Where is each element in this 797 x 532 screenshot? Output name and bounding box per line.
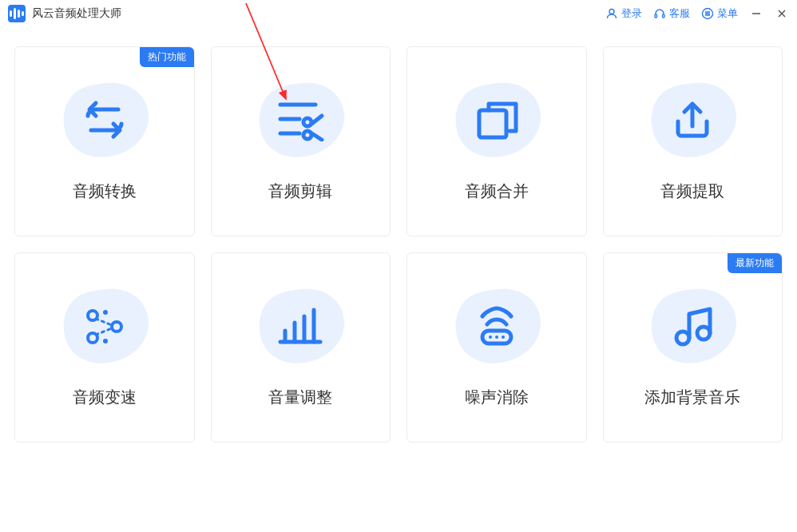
- card-audio-clip[interactable]: 音频剪辑: [211, 46, 391, 236]
- card-label: 添加背景音乐: [644, 387, 740, 408]
- app-title: 风云音频处理大师: [32, 6, 121, 21]
- card-label: 音频合并: [465, 181, 529, 202]
- card-label: 音量调整: [268, 387, 332, 408]
- card-audio-convert[interactable]: 热门功能 音频转换: [14, 46, 195, 236]
- card-audio-speed[interactable]: 音频变速: [14, 252, 195, 443]
- headset-icon: [653, 7, 666, 20]
- card-volume-adjust[interactable]: 音量调整: [211, 252, 391, 443]
- svg-point-10: [103, 310, 108, 315]
- svg-point-13: [489, 335, 492, 339]
- card-add-bg-music[interactable]: 最新功能 添加背景音乐: [603, 252, 783, 443]
- minimize-button[interactable]: [749, 6, 763, 21]
- function-grid: 热门功能 音频转换: [0, 27, 797, 462]
- card-noise-remove[interactable]: 噪声消除: [406, 252, 587, 443]
- svg-rect-1: [655, 14, 657, 18]
- service-button[interactable]: 客服: [653, 6, 690, 21]
- svg-point-15: [502, 335, 505, 339]
- svg-rect-6: [479, 110, 506, 137]
- svg-point-11: [103, 339, 108, 343]
- swap-icon: [61, 81, 149, 158]
- card-label: 音频剪辑: [268, 181, 332, 202]
- denoise-icon: [453, 288, 541, 364]
- card-label: 音频提取: [660, 181, 724, 202]
- cut-icon: [256, 81, 344, 158]
- badge-new: 最新功能: [728, 253, 782, 273]
- login-button[interactable]: 登录: [605, 6, 642, 21]
- extract-icon: [648, 81, 736, 158]
- card-audio-merge[interactable]: 音频合并: [406, 46, 587, 236]
- menu-icon: [701, 7, 714, 20]
- speed-icon: [61, 288, 149, 364]
- app-logo: [8, 5, 26, 22]
- badge-hot: 热门功能: [140, 47, 194, 67]
- svg-point-9: [112, 322, 121, 332]
- titlebar: 风云音频处理大师 登录 客服: [0, 0, 797, 27]
- card-label: 噪声消除: [465, 387, 529, 408]
- menu-label: 菜单: [717, 6, 738, 21]
- user-icon: [605, 7, 618, 20]
- card-audio-extract[interactable]: 音频提取: [603, 46, 783, 236]
- volume-icon: [256, 288, 344, 364]
- svg-point-14: [495, 335, 498, 339]
- close-button[interactable]: [775, 6, 789, 21]
- merge-icon: [453, 81, 541, 158]
- music-icon: [648, 288, 736, 364]
- service-label: 客服: [669, 6, 690, 21]
- svg-point-0: [609, 10, 614, 14]
- menu-button[interactable]: 菜单: [701, 6, 738, 21]
- login-label: 登录: [621, 6, 642, 21]
- svg-rect-2: [663, 14, 665, 18]
- card-label: 音频变速: [73, 387, 137, 408]
- card-label: 音频转换: [73, 181, 137, 202]
